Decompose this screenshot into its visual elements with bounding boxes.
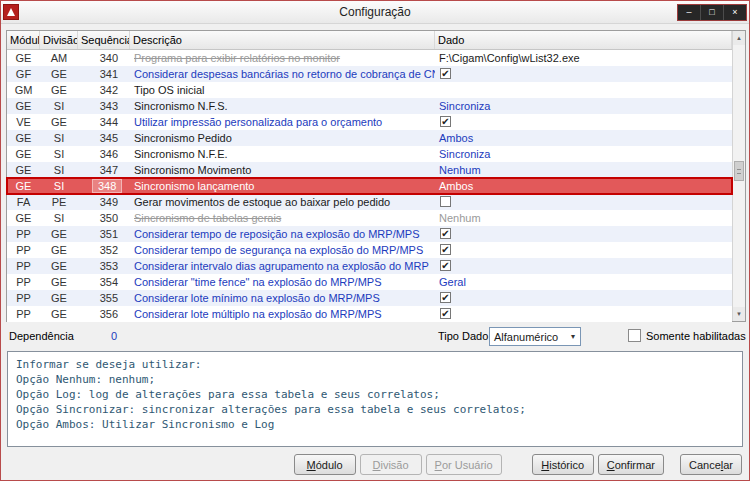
cell-sequencia: 348 [78, 178, 130, 194]
table-row[interactable]: PP GE 352 Considerar tempo de segurança … [7, 242, 732, 258]
cell-sequencia: 349 [78, 194, 130, 210]
scrollbar-thumb[interactable] [734, 161, 744, 181]
cell-descricao: Considerar lote mínimo na explosão do MR… [130, 290, 435, 306]
close-icon: × [732, 8, 737, 17]
cancelar-button[interactable]: Cancelar [680, 454, 742, 475]
column-header-dado[interactable]: Dado [435, 31, 732, 49]
cell-descricao: Gerar movimentos de estoque ao baixar pe… [130, 194, 435, 210]
close-button[interactable]: × [723, 5, 746, 20]
cell-descricao: Sincronismo N.F.S. [130, 98, 435, 114]
column-header-divisao[interactable]: Divisão [40, 31, 78, 49]
cell-modulo: PP [7, 274, 40, 290]
dependencia-label: Dependência [9, 330, 74, 342]
cell-dado: ✔ [435, 306, 732, 322]
vertical-scrollbar[interactable]: ▲ ▼ [732, 31, 745, 321]
cell-sequencia: 351 [78, 226, 130, 242]
scroll-down-icon[interactable]: ▼ [733, 307, 745, 321]
dado-checkbox-checked[interactable]: ✔ [440, 308, 451, 319]
cell-dado: ✔ [435, 258, 732, 274]
minimize-button[interactable]: – [678, 5, 700, 20]
window-title: Configuração [1, 5, 749, 19]
column-header-descricao[interactable]: Descrição [130, 31, 435, 49]
cell-descricao: Sincronismo lançamento [130, 178, 435, 194]
cell-divisao: GE [40, 306, 78, 322]
cell-modulo: VE [7, 114, 40, 130]
column-header-modulo[interactable]: Módulo [7, 31, 40, 49]
dado-checkbox-checked[interactable]: ✔ [440, 116, 451, 127]
cell-dado [435, 194, 732, 210]
table-row[interactable]: VE GE 344 Utilizar impressão personaliza… [7, 114, 732, 130]
cell-descricao: Considerar lote múltiplo na explosão do … [130, 306, 435, 322]
cell-dado: Sincroniza [435, 98, 732, 114]
dado-checkbox-checked[interactable]: ✔ [440, 228, 451, 239]
cell-divisao: AM [40, 50, 78, 66]
cell-sequencia: 344 [78, 114, 130, 130]
cell-modulo: PP [7, 290, 40, 306]
cell-dado: ✔ [435, 114, 732, 130]
cell-modulo: GE [7, 162, 40, 178]
somente-habilitadas-checkbox[interactable] [628, 329, 641, 342]
cell-divisao: GE [40, 66, 78, 82]
cell-modulo: GE [7, 210, 40, 226]
cell-divisao: GE [40, 290, 78, 306]
cell-sequencia: 345 [78, 130, 130, 146]
table-row[interactable]: PP GE 353 Considerar intervalo dias agru… [7, 258, 732, 274]
cell-dado: Nenhum [435, 162, 732, 178]
cell-modulo: GE [7, 178, 40, 194]
table-row[interactable]: GE SI 345 Sincronismo Pedido Ambos [7, 130, 732, 146]
cell-dado: ✔ [435, 66, 732, 82]
cell-modulo: GE [7, 50, 40, 66]
table-row[interactable]: GM GE 342 Tipo OS inicial [7, 82, 732, 98]
cell-descricao: Sincronismo Movimento [130, 162, 435, 178]
button-bar: MóduloDivisãoPor UsuárioHistóricoConfirm… [1, 454, 742, 475]
dado-checkbox-unchecked[interactable] [440, 196, 451, 207]
cell-dado: F:\Cigam\Config\wList32.exe [435, 50, 732, 66]
table-row[interactable]: GE SI 350 Sincronismo de tabelas gerais … [7, 210, 732, 226]
cell-sequencia: 353 [78, 258, 130, 274]
cell-descricao: Tipo OS inicial [130, 82, 435, 98]
historico-button[interactable]: Histórico [532, 454, 594, 475]
cell-modulo: GF [7, 66, 40, 82]
cell-modulo: PP [7, 306, 40, 322]
table-row[interactable]: PP GE 356 Considerar lote múltiplo na ex… [7, 306, 732, 322]
table-row[interactable]: GE AM 340 Programa para exibir relatório… [7, 50, 732, 66]
dado-checkbox-checked[interactable]: ✔ [440, 68, 451, 79]
help-text: Informar se deseja utilizar:Opção Nenhum… [7, 351, 743, 447]
minimize-icon: – [686, 8, 691, 17]
table-row[interactable]: PP GE 354 Considerar "time fence" na exp… [7, 274, 732, 290]
table-row[interactable]: GE SI 348 Sincronismo lançamento Ambos [7, 178, 732, 194]
dado-checkbox-checked[interactable]: ✔ [440, 292, 451, 303]
tipo-dado-select[interactable]: Alfanumérico ▾ [489, 327, 581, 346]
cell-descricao: Sincronismo de tabelas gerais [130, 210, 435, 226]
table-row[interactable]: PP GE 355 Considerar lote mínimo na expl… [7, 290, 732, 306]
cell-descricao: Utilizar impressão personalizada para o … [130, 114, 435, 130]
cell-dado: ✔ [435, 242, 732, 258]
cell-descricao: Considerar intervalo dias agrupamento na… [130, 258, 435, 274]
dependencia-value: 0 [111, 330, 117, 342]
table-row[interactable]: PP GE 351 Considerar tempo de reposição … [7, 226, 732, 242]
table-row[interactable]: FA PE 349 Gerar movimentos de estoque ao… [7, 194, 732, 210]
config-table-body: GE AM 340 Programa para exibir relatório… [7, 50, 732, 322]
table-row[interactable]: GE SI 347 Sincronismo Movimento Nenhum [7, 162, 732, 178]
confirmar-button[interactable]: Confirmar [598, 454, 664, 475]
cell-modulo: GE [7, 98, 40, 114]
column-header-sequencia[interactable]: Sequência [78, 31, 130, 49]
modulo-button[interactable]: Módulo [294, 454, 356, 475]
scroll-up-icon[interactable]: ▲ [733, 31, 745, 45]
cell-dado [435, 82, 732, 98]
table-row[interactable]: GE SI 343 Sincronismo N.F.S. Sincroniza [7, 98, 732, 114]
cell-divisao: SI [40, 210, 78, 226]
cell-descricao: Sincronismo N.F.E. [130, 146, 435, 162]
config-window: Configuração – □ × Módulo Divisão Sequên… [0, 0, 750, 481]
maximize-button[interactable]: □ [700, 5, 723, 20]
dado-checkbox-checked[interactable]: ✔ [440, 244, 451, 255]
cell-dado: ✔ [435, 226, 732, 242]
cell-descricao: Considerar tempo de reposição na explosã… [130, 226, 435, 242]
dado-checkbox-checked[interactable]: ✔ [440, 260, 451, 271]
table-row[interactable]: GF GE 341 Considerar despesas bancárias … [7, 66, 732, 82]
table-row[interactable]: GE SI 346 Sincronismo N.F.E. Sincroniza [7, 146, 732, 162]
cell-dado: ✔ [435, 290, 732, 306]
por-usuario-button: Por Usuário [426, 454, 502, 475]
tipo-dado-label: Tipo Dado [438, 330, 488, 342]
table-header: Módulo Divisão Sequência Descrição Dado [7, 31, 732, 50]
